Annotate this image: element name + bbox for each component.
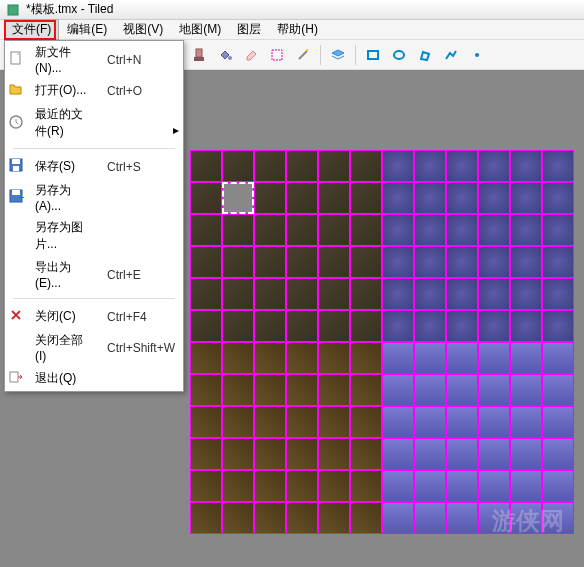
tile-cell[interactable] bbox=[286, 406, 318, 438]
stamp-icon[interactable] bbox=[187, 43, 211, 67]
tile-cell[interactable] bbox=[478, 342, 510, 374]
tile-cell[interactable] bbox=[286, 246, 318, 278]
tile-cell[interactable] bbox=[318, 278, 350, 310]
tile-cell[interactable] bbox=[190, 502, 222, 534]
tile-cell[interactable] bbox=[318, 310, 350, 342]
tile-cell[interactable] bbox=[510, 438, 542, 470]
menu-file[interactable]: 文件(F) bbox=[4, 19, 59, 40]
tile-cell[interactable] bbox=[542, 310, 574, 342]
tile-cell[interactable] bbox=[542, 470, 574, 502]
tile-cell[interactable] bbox=[478, 310, 510, 342]
tile-cell[interactable] bbox=[414, 406, 446, 438]
tile-cell[interactable] bbox=[318, 406, 350, 438]
tile-cell[interactable] bbox=[382, 374, 414, 406]
menu-view[interactable]: 视图(V) bbox=[115, 19, 171, 40]
tile-cell[interactable] bbox=[222, 278, 254, 310]
tile-cell[interactable] bbox=[414, 502, 446, 534]
tile-cell[interactable] bbox=[190, 214, 222, 246]
tile-cell[interactable] bbox=[382, 470, 414, 502]
tile-cell[interactable] bbox=[350, 406, 382, 438]
tile-cell[interactable] bbox=[254, 150, 286, 182]
tile-cell[interactable] bbox=[222, 310, 254, 342]
menu-item-导出为e[interactable]: 导出为(E)...Ctrl+E bbox=[5, 256, 183, 293]
tile-cell[interactable] bbox=[478, 214, 510, 246]
tile-cell[interactable] bbox=[446, 342, 478, 374]
tile-cell[interactable] bbox=[254, 182, 286, 214]
tile-cell[interactable] bbox=[350, 502, 382, 534]
tile-cell[interactable] bbox=[542, 374, 574, 406]
tile-cell[interactable] bbox=[478, 246, 510, 278]
tile-cell[interactable] bbox=[414, 278, 446, 310]
tile-cell[interactable] bbox=[318, 182, 350, 214]
tile-cell[interactable] bbox=[542, 406, 574, 438]
tile-cell[interactable] bbox=[254, 246, 286, 278]
tile-cell[interactable] bbox=[414, 310, 446, 342]
tile-cell[interactable] bbox=[222, 438, 254, 470]
tile-cell[interactable] bbox=[446, 438, 478, 470]
tile-cell[interactable] bbox=[478, 182, 510, 214]
tile-cell[interactable] bbox=[254, 310, 286, 342]
tile-cell[interactable] bbox=[254, 342, 286, 374]
rect-icon[interactable] bbox=[361, 43, 385, 67]
tile-cell[interactable] bbox=[350, 278, 382, 310]
wand-icon[interactable] bbox=[291, 43, 315, 67]
tile-cell[interactable] bbox=[318, 374, 350, 406]
tile-cell[interactable] bbox=[478, 374, 510, 406]
tile-grid[interactable] bbox=[190, 150, 574, 534]
tile-cell[interactable] bbox=[286, 438, 318, 470]
tile-cell[interactable] bbox=[510, 214, 542, 246]
tile-cell[interactable] bbox=[254, 502, 286, 534]
menu-item-另存为a[interactable]: +另存为(A)... bbox=[5, 179, 183, 216]
tile-cell[interactable] bbox=[446, 502, 478, 534]
tile-cell[interactable] bbox=[222, 502, 254, 534]
tile-cell[interactable] bbox=[382, 310, 414, 342]
point-icon[interactable] bbox=[465, 43, 489, 67]
tile-cell[interactable] bbox=[190, 374, 222, 406]
menu-item-另存为图片[interactable]: 另存为图片... bbox=[5, 216, 183, 256]
tile-cell[interactable] bbox=[318, 342, 350, 374]
tile-cell[interactable] bbox=[318, 502, 350, 534]
menu-item-退出q[interactable]: 退出(Q) bbox=[5, 366, 183, 391]
menu-item-关闭全部i[interactable]: 关闭全部(I)Ctrl+Shift+W bbox=[5, 329, 183, 366]
tile-cell[interactable] bbox=[286, 310, 318, 342]
tile-cell[interactable] bbox=[222, 374, 254, 406]
menu-item-新文件n[interactable]: 新文件(N)...Ctrl+N bbox=[5, 41, 183, 78]
tile-cell[interactable] bbox=[510, 406, 542, 438]
tile-cell[interactable] bbox=[190, 438, 222, 470]
tile-cell[interactable] bbox=[286, 150, 318, 182]
tile-cell[interactable] bbox=[254, 470, 286, 502]
tile-cell[interactable] bbox=[190, 470, 222, 502]
tile-cell[interactable] bbox=[190, 278, 222, 310]
tile-cell[interactable] bbox=[414, 246, 446, 278]
tile-cell[interactable] bbox=[510, 278, 542, 310]
tile-cell[interactable] bbox=[286, 182, 318, 214]
tile-cell[interactable] bbox=[222, 470, 254, 502]
tile-cell[interactable] bbox=[286, 470, 318, 502]
tile-cell[interactable] bbox=[446, 374, 478, 406]
tile-cell[interactable] bbox=[510, 470, 542, 502]
menu-layer[interactable]: 图层 bbox=[229, 19, 269, 40]
tile-cell[interactable] bbox=[286, 342, 318, 374]
tile-cell[interactable] bbox=[222, 182, 254, 214]
tile-cell[interactable] bbox=[542, 342, 574, 374]
tile-cell[interactable] bbox=[286, 214, 318, 246]
tile-cell[interactable] bbox=[382, 150, 414, 182]
tile-cell[interactable] bbox=[446, 214, 478, 246]
eraser-icon[interactable] bbox=[239, 43, 263, 67]
tile-cell[interactable] bbox=[478, 150, 510, 182]
tile-cell[interactable] bbox=[350, 374, 382, 406]
tile-cell[interactable] bbox=[350, 214, 382, 246]
tile-cell[interactable] bbox=[446, 246, 478, 278]
tile-cell[interactable] bbox=[542, 150, 574, 182]
tile-cell[interactable] bbox=[510, 246, 542, 278]
tile-cell[interactable] bbox=[350, 470, 382, 502]
tile-cell[interactable] bbox=[478, 502, 510, 534]
tile-cell[interactable] bbox=[542, 182, 574, 214]
tile-cell[interactable] bbox=[318, 246, 350, 278]
tile-cell[interactable] bbox=[446, 150, 478, 182]
tile-cell[interactable] bbox=[446, 310, 478, 342]
fill-icon[interactable] bbox=[213, 43, 237, 67]
tile-cell[interactable] bbox=[318, 470, 350, 502]
tile-cell[interactable] bbox=[510, 342, 542, 374]
layers-icon[interactable] bbox=[326, 43, 350, 67]
